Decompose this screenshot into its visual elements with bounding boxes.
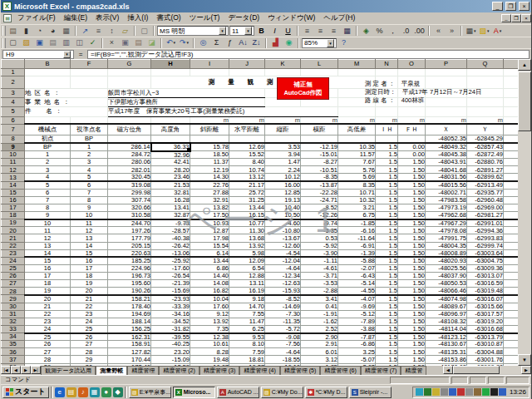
cell[interactable]: -1.62 [301, 318, 338, 325]
cell[interactable] [467, 69, 504, 76]
redo-icon[interactable]: ↷▾ [178, 37, 190, 48]
cell[interactable]: 16.15 [229, 212, 265, 219]
increase-decimal-icon[interactable]: .0 [400, 26, 412, 37]
cell[interactable]: 28 [71, 348, 108, 356]
cell[interactable]: -4.64 [265, 264, 301, 272]
column-header-J[interactable]: J [229, 60, 265, 69]
cell[interactable]: -8.52 [265, 295, 301, 303]
cell[interactable]: 14.70 [229, 303, 265, 310]
cell[interactable]: 1.5 [376, 341, 398, 348]
row-header-2[interactable]: 2 [2, 76, 25, 88]
cell[interactable]: 1.50 [398, 174, 426, 181]
sheet-tab-item[interactable]: 精度管理 (4) [239, 366, 280, 375]
cell[interactable] [190, 69, 229, 76]
cell[interactable]: 32.81 [151, 189, 190, 196]
cell[interactable]: 244.70 [108, 219, 151, 227]
chevron-down-icon[interactable]: ▾ [327, 39, 334, 47]
cell[interactable]: 12.69 [229, 143, 265, 151]
cell[interactable] [25, 116, 71, 124]
cell[interactable]: -3.90 [301, 249, 338, 257]
menu-item-tools[interactable]: ツール(T) [185, 12, 224, 24]
cell[interactable]: 286.14 [108, 143, 151, 151]
cell[interactable]: -63019.48 [467, 288, 504, 295]
cell[interactable]: 15 [71, 249, 108, 257]
cell[interactable]: 26 [71, 333, 108, 341]
cell[interactable] [71, 76, 108, 88]
cell[interactable]: 19 [71, 280, 108, 288]
cell[interactable]: 13.92 [229, 242, 265, 249]
cell[interactable] [108, 69, 151, 76]
cell[interactable]: 10.74 [229, 166, 265, 174]
cell[interactable]: -62913.49 [467, 181, 504, 189]
cell[interactable]: 1.5 [376, 174, 398, 181]
cell[interactable]: 2 [71, 151, 108, 159]
cell[interactable]: 1.50 [398, 227, 426, 234]
cell[interactable]: 299.98 [108, 189, 151, 196]
row-header-4[interactable]: 4 [2, 97, 25, 106]
cell[interactable]: 1188.66 [504, 257, 519, 264]
cell[interactable]: BP [71, 135, 108, 143]
cell[interactable]: 1191.48 [504, 181, 519, 189]
cell[interactable]: 11.47 [229, 318, 265, 325]
row-header-31[interactable]: 31 [2, 310, 25, 318]
cell[interactable]: -63013.79 [467, 333, 504, 341]
cell[interactable]: 12.38 [190, 333, 229, 341]
cell[interactable]: 5.98 [229, 249, 265, 257]
workbook-close-button[interactable]: × [521, 14, 531, 22]
cell[interactable]: 16.27 [229, 363, 265, 366]
cell[interactable]: -48135.31 [426, 348, 467, 356]
toolbar-grip[interactable] [2, 38, 6, 48]
cell[interactable]: -33.39 [151, 303, 190, 310]
cell[interactable] [426, 106, 467, 116]
cell[interactable]: -48066.46 [426, 288, 467, 295]
cell[interactable]: 24 [71, 318, 108, 325]
cell[interactable]: 6.01 [301, 348, 338, 356]
cell[interactable] [229, 69, 265, 76]
cell[interactable]: 1183.13 [504, 174, 519, 181]
cell[interactable]: 16.00 [265, 181, 301, 189]
cell[interactable]: -13.06 [151, 249, 190, 257]
hscroll-right-icon[interactable]: ▶ [521, 366, 531, 374]
tray-network-icon[interactable] [449, 388, 456, 396]
cell[interactable]: 14.30 [190, 174, 229, 181]
print-preview-icon[interactable]: ◫ [73, 37, 86, 48]
cell[interactable] [426, 69, 467, 76]
chart-wizard-icon[interactable]: ▟ [269, 37, 282, 48]
cell[interactable]: -7.89 [338, 318, 376, 325]
cell[interactable]: 29 [25, 363, 71, 366]
cell[interactable]: 14 [71, 242, 108, 249]
cell[interactable]: 13 [25, 242, 71, 249]
cell[interactable]: -7.30 [265, 310, 301, 318]
cell[interactable]: 16 [71, 257, 108, 264]
minimize-button[interactable]: _ [492, 2, 503, 11]
cell[interactable]: 1.5 [376, 356, 398, 363]
show-desktop-icon[interactable]: ▦ [90, 387, 100, 397]
cell[interactable]: 1.5 [376, 273, 398, 280]
note-tool-icon[interactable]: ▢ [138, 26, 150, 37]
cell[interactable]: 8 [71, 196, 108, 204]
spelling-icon[interactable]: ✓ [86, 37, 99, 48]
cell[interactable]: 11 [25, 227, 71, 234]
cell[interactable]: -15.09 [151, 356, 190, 363]
pencil-tool-icon[interactable]: ▱ [119, 26, 131, 37]
cell[interactable]: 28.20 [151, 166, 190, 174]
new-workbook-icon[interactable]: ▢ [7, 37, 19, 48]
cell[interactable]: 224.96 [108, 264, 151, 272]
cell[interactable]: 32.87 [151, 212, 190, 219]
fill-black-icon[interactable]: ▮ [20, 26, 32, 37]
cell[interactable]: -48052.35 [426, 135, 467, 143]
cell[interactable]: 6 [25, 189, 71, 196]
cell[interactable]: 16 [25, 264, 71, 272]
cell[interactable]: -9.08 [265, 333, 301, 341]
cell[interactable] [71, 69, 108, 76]
task-excel[interactable]: XMicroso... [173, 387, 215, 398]
cell[interactable]: -63001.76 [467, 356, 504, 363]
cell[interactable]: 1.5 [376, 219, 398, 227]
cell[interactable]: 32.91 [190, 196, 229, 204]
align-left-icon[interactable]: ≡ [301, 26, 313, 37]
cell[interactable]: -1.91 [301, 310, 338, 318]
paste-function-icon[interactable]: ƒ [224, 37, 236, 48]
cell[interactable]: 17.60 [190, 303, 229, 310]
task-autocad[interactable]: AAutoCAD ... [217, 387, 259, 398]
cell[interactable]: -47991.75 [426, 234, 467, 242]
